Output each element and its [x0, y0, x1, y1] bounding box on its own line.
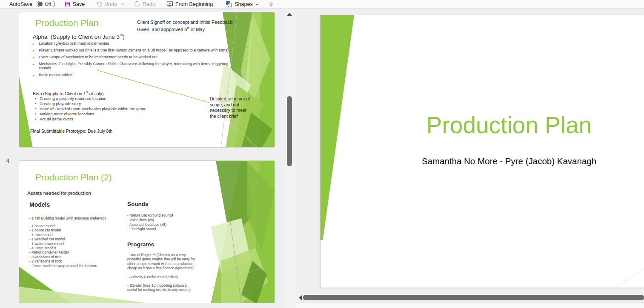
- thumbnail-scrollbar[interactable]: [286, 9, 294, 308]
- horizontal-scrollbar[interactable]: [296, 294, 644, 302]
- shapes-icon: [226, 1, 232, 8]
- list-item: - Nature Background sounds: [127, 213, 200, 218]
- facet-decoration: [211, 12, 275, 148]
- slide3-signoff-note: Client Signoff on concept and Initial Fe…: [137, 20, 247, 32]
- slide3-title: Production Plan: [35, 18, 98, 28]
- redo-icon: [134, 1, 140, 7]
- models-heading: Models: [29, 201, 50, 208]
- autosave-state: Off: [45, 2, 51, 7]
- scroll-left-icon[interactable]: [299, 295, 302, 300]
- list-item: - Audacity (Useful sound editor): [127, 275, 196, 279]
- list-item: - 1 house model: [29, 224, 127, 228]
- undo-button[interactable]: Undo: [96, 1, 117, 7]
- sounds-heading: Sounds: [127, 201, 149, 207]
- save-icon: [64, 1, 71, 7]
- redo-button[interactable]: Redo: [134, 1, 155, 7]
- shapes-button[interactable]: Shapes: [226, 1, 259, 8]
- from-beginning-label: From Beginning: [175, 1, 213, 7]
- callout-line: [19, 12, 275, 148]
- toolbar-overflow-icon[interactable]: [269, 2, 274, 7]
- undo-dropdown-icon[interactable]: [120, 2, 125, 6]
- scrollbar-thumb[interactable]: [303, 295, 644, 300]
- list-item: - Flashlight sound: [127, 227, 200, 231]
- from-beginning-icon: [166, 1, 173, 8]
- slide-canvas[interactable]: Production Plan Samantha No More - Pyre …: [320, 15, 644, 288]
- models-first-item: - 1 Tall Building model (with staircase …: [29, 216, 127, 220]
- list-item: - 1 truck model: [29, 233, 127, 237]
- bullet-item: Player Camera worked out (this is a true…: [33, 48, 235, 53]
- bullet-item: Actual game overs: [33, 117, 186, 122]
- slide3-callout-text: Decided to be out of scope, and not nece…: [210, 96, 252, 119]
- models-list: - 1 house model- 1 police car model- 1 t…: [29, 224, 127, 268]
- corner-wedge-decoration: [19, 76, 33, 148]
- facet-wedge-decoration: [321, 15, 354, 240]
- bullet-item: Basic menus added: [33, 73, 235, 77]
- corner-wedge-decoration: [19, 267, 70, 303]
- scroll-up-icon[interactable]: [287, 13, 292, 16]
- slide4-subtitle: Assets needed for production: [27, 191, 91, 196]
- list-item: - Voice lines (x8): [127, 218, 200, 222]
- redo-label: Redo: [143, 1, 155, 7]
- list-item: - Petrol Container Model: [29, 250, 127, 254]
- list-item: - Blender (free 3d modelling software, u…: [127, 283, 196, 292]
- save-label: Save: [73, 1, 85, 7]
- undo-icon: [96, 1, 102, 7]
- bullet-item: Have all Decided upon Mechanics playable…: [33, 106, 186, 111]
- save-button[interactable]: Save: [64, 1, 85, 7]
- slide3-final-line: Final Submittable Prototype: Due July 8t…: [30, 128, 112, 134]
- list-item: - 2 variations of rock: [29, 259, 127, 263]
- list-item: - 4 Crate Models: [29, 246, 127, 250]
- slide4-number: 4: [6, 157, 9, 164]
- autosave-toggle[interactable]: Off: [37, 1, 54, 7]
- programs-list: - Unreal Engine 5 (Chosen as a very powe…: [127, 253, 196, 297]
- slide-thumbnail-3[interactable]: Production Plan Client Signoff on concep…: [19, 12, 275, 148]
- list-item: - 1 wrecked car model: [29, 237, 127, 241]
- list-item: - 1 water tower model: [29, 242, 127, 246]
- autosave-label: AutoSave: [9, 1, 32, 7]
- slide-thumbnail-panel: Production Plan Client Signoff on concep…: [0, 9, 296, 308]
- slide4-title: Production Plan (2): [35, 172, 112, 183]
- bullet-item-mechanics: Mechanics: Flashlight, Possibly Camera S…: [33, 62, 235, 70]
- list-item: - Assorted footsteps (x5): [127, 222, 200, 227]
- list-item: - 1 police car model: [29, 228, 127, 232]
- undo-label: Undo: [104, 1, 117, 7]
- bullet-item: Making more diverse locations: [33, 111, 186, 117]
- slide3-beta-heading: Beta (Supply to Client on 1st of July): [33, 91, 104, 96]
- list-item: - Fence model to wrap around the locatio…: [29, 264, 127, 268]
- bullet-item: Exact Scope of Mechanics to be implement…: [33, 55, 235, 60]
- slide3-beta-bullets: Creating a properly rendered locationCre…: [33, 96, 186, 122]
- struck-text: Possibly Camera Shifts: [78, 62, 117, 66]
- status-strip: [296, 302, 644, 308]
- list-item: - 3 variations of tree: [29, 255, 127, 259]
- bullet-item: Creating playable story: [33, 101, 186, 106]
- toggle-knob-icon: [38, 2, 43, 6]
- programs-heading: Programs: [127, 241, 154, 248]
- slide-thumbnail-4[interactable]: Production Plan (2) Assets needed for pr…: [19, 160, 275, 303]
- slide3-alpha-bullets: Location (greybox test map) implemented …: [33, 42, 235, 80]
- slide3-alpha-heading: Alpha (Supply to Client on June 3rd): [33, 33, 125, 40]
- shapes-label: Shapes: [235, 1, 252, 7]
- slide-subtitle-textbox[interactable]: Samantha No More - Pyre (Jacob) Kavanagh: [384, 156, 635, 166]
- from-beginning-button[interactable]: From Beginning: [166, 1, 213, 8]
- bullet-item: Location (greybox test map) implemented: [33, 42, 235, 46]
- bullet-item: Creating a properly rendered location: [33, 96, 186, 101]
- slide-editing-area: Production Plan Samantha No More - Pyre …: [296, 9, 644, 308]
- slide-title-textbox[interactable]: Production Plan: [384, 111, 635, 139]
- sounds-list: - Nature Background sounds- Voice lines …: [127, 213, 200, 231]
- scrollbar-thumb[interactable]: [287, 96, 292, 166]
- quick-access-toolbar: AutoSave Off Save Undo Redo: [0, 0, 644, 9]
- list-item: - Unreal Engine 5 (Chosen as a very powe…: [127, 253, 196, 271]
- facet-decoration: [211, 161, 275, 303]
- shapes-dropdown-icon: [255, 2, 259, 6]
- facet-line-decoration: [321, 15, 644, 288]
